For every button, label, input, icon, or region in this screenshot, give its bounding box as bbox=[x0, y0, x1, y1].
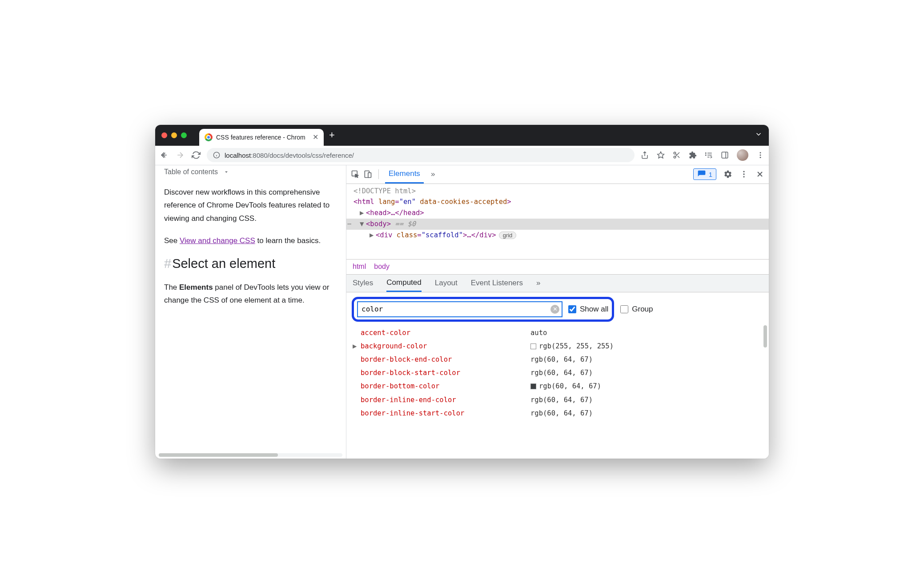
issues-badge[interactable]: 1 bbox=[693, 168, 716, 180]
toolbar-right bbox=[641, 149, 764, 161]
scissors-icon[interactable] bbox=[673, 151, 681, 159]
computed-row[interactable]: border-block-end-color rgb(60, 64, 67) bbox=[353, 353, 763, 366]
issues-icon bbox=[697, 170, 706, 179]
table-of-contents[interactable]: Table of contents bbox=[164, 168, 337, 176]
group-checkbox[interactable]: Group bbox=[620, 305, 653, 314]
subtab-more[interactable]: » bbox=[536, 274, 540, 292]
svg-point-6 bbox=[674, 156, 676, 158]
dom-tree[interactable]: <!DOCTYPE html> <html lang="en" data-coo… bbox=[346, 184, 769, 260]
svg-rect-15 bbox=[722, 152, 728, 158]
svg-point-19 bbox=[760, 157, 761, 158]
svg-point-18 bbox=[760, 155, 761, 156]
browser-tab[interactable]: CSS features reference - Chrom ✕ bbox=[199, 129, 324, 146]
settings-icon[interactable] bbox=[723, 170, 732, 179]
hash-icon: # bbox=[164, 256, 171, 271]
inspect-icon[interactable] bbox=[351, 170, 360, 179]
devtools-panel: Elements » 1 <!DOCTYPE html> <html lang=… bbox=[346, 165, 769, 459]
view-change-css-link[interactable]: View and change CSS bbox=[180, 236, 255, 245]
svg-rect-22 bbox=[368, 173, 371, 178]
content-area: Table of contents Discover new workflows… bbox=[155, 165, 769, 459]
computed-row[interactable]: border-inline-end-color rgb(60, 64, 67) bbox=[353, 393, 763, 407]
grid-badge[interactable]: grid bbox=[499, 232, 517, 239]
devtools-toolbar: Elements » 1 bbox=[346, 165, 769, 184]
tab-title: CSS features reference - Chrom bbox=[216, 134, 309, 141]
device-toggle-icon[interactable] bbox=[363, 170, 372, 179]
crumb-html[interactable]: html bbox=[353, 263, 366, 271]
subtab-layout[interactable]: Layout bbox=[435, 274, 458, 292]
crumb-body[interactable]: body bbox=[374, 263, 390, 271]
vertical-scrollbar[interactable] bbox=[763, 325, 767, 347]
head-node[interactable]: ▶<head>…</head> bbox=[346, 208, 769, 219]
group-input[interactable] bbox=[620, 305, 628, 313]
more-icon[interactable] bbox=[739, 170, 748, 179]
computed-row[interactable]: border-bottom-color rgb(60, 64, 67) bbox=[353, 379, 763, 393]
toc-label: Table of contents bbox=[164, 168, 218, 176]
doctype-node: <!DOCTYPE html> bbox=[354, 187, 416, 195]
svg-marker-4 bbox=[658, 152, 664, 158]
svg-point-23 bbox=[743, 171, 744, 172]
extensions-icon[interactable] bbox=[689, 151, 697, 159]
subtab-styles[interactable]: Styles bbox=[353, 274, 373, 292]
svg-line-9 bbox=[675, 154, 677, 155]
dom-breadcrumb: html body bbox=[346, 260, 769, 275]
show-all-checkbox[interactable]: Show all bbox=[568, 305, 608, 314]
svg-point-13 bbox=[706, 153, 707, 154]
menu-icon[interactable] bbox=[756, 151, 764, 159]
horizontal-scrollbar[interactable] bbox=[159, 453, 342, 457]
titlebar-right bbox=[755, 130, 763, 140]
svg-point-24 bbox=[743, 173, 744, 175]
browser-toolbar: localhost:8080/docs/devtools/css/referen… bbox=[155, 146, 769, 165]
maximize-window-button[interactable] bbox=[181, 132, 187, 138]
filter-highlight: ✕ Show all bbox=[352, 297, 614, 322]
titlebar: CSS features reference - Chrom ✕ + bbox=[155, 125, 769, 146]
share-icon[interactable] bbox=[641, 151, 649, 159]
window-controls bbox=[161, 132, 187, 138]
chevron-down-icon bbox=[223, 169, 229, 175]
clear-filter-button[interactable]: ✕ bbox=[550, 305, 559, 314]
svg-point-14 bbox=[706, 155, 707, 156]
svg-line-8 bbox=[678, 156, 679, 158]
subtab-event-listeners[interactable]: Event Listeners bbox=[471, 274, 523, 292]
close-devtools-button[interactable] bbox=[755, 170, 764, 179]
reading-list-icon[interactable] bbox=[705, 151, 713, 159]
computed-row[interactable]: border-block-start-color rgb(60, 64, 67) bbox=[353, 366, 763, 379]
elements-paragraph: The Elements panel of DevTools lets you … bbox=[164, 281, 337, 307]
filter-input[interactable] bbox=[358, 302, 562, 317]
subtab-computed[interactable]: Computed bbox=[386, 274, 421, 292]
computed-row[interactable]: accent-color auto bbox=[353, 326, 763, 339]
reload-button[interactable] bbox=[192, 151, 201, 160]
chrome-favicon-icon bbox=[205, 133, 213, 141]
svg-point-25 bbox=[743, 176, 744, 177]
div-scaffold-node[interactable]: ▶<div class="scaffold">…</div>grid bbox=[346, 230, 769, 241]
body-node-selected[interactable]: ▼<body> == $0 bbox=[346, 219, 769, 230]
section-heading: #Select an element bbox=[164, 256, 337, 271]
computed-row[interactable]: border-inline-start-color rgb(60, 64, 67… bbox=[353, 407, 763, 420]
see-also-paragraph: See View and change CSS to learn the bas… bbox=[164, 234, 337, 248]
star-icon[interactable] bbox=[657, 151, 665, 159]
chevron-down-icon[interactable] bbox=[755, 130, 763, 138]
new-tab-button[interactable]: + bbox=[329, 129, 335, 141]
computed-properties: accent-color auto ▶background-color rgb(… bbox=[346, 326, 769, 423]
page-content: Table of contents Discover new workflows… bbox=[155, 165, 346, 459]
styles-subtabs: Styles Computed Layout Event Listeners » bbox=[346, 275, 769, 292]
tab-elements[interactable]: Elements bbox=[385, 165, 424, 184]
html-node[interactable]: <html lang="en" data-cookies-accepted> bbox=[346, 196, 769, 208]
color-swatch-icon[interactable] bbox=[530, 343, 536, 349]
url-text: localhost:8080/docs/devtools/css/referen… bbox=[225, 152, 354, 159]
side-panel-icon[interactable] bbox=[721, 151, 729, 159]
tab-more[interactable]: » bbox=[427, 165, 438, 184]
forward-button[interactable] bbox=[176, 151, 185, 160]
computed-row[interactable]: ▶background-color rgb(255, 255, 255) bbox=[353, 339, 763, 353]
color-swatch-icon[interactable] bbox=[530, 383, 536, 389]
profile-avatar[interactable] bbox=[737, 149, 748, 161]
back-button[interactable] bbox=[160, 151, 169, 160]
address-bar[interactable]: localhost:8080/docs/devtools/css/referen… bbox=[207, 148, 635, 162]
intro-paragraph: Discover new workflows in this comprehen… bbox=[164, 186, 337, 225]
browser-window: CSS features reference - Chrom ✕ + local… bbox=[155, 125, 769, 459]
nav-buttons bbox=[160, 151, 201, 160]
svg-point-17 bbox=[760, 152, 761, 153]
close-window-button[interactable] bbox=[161, 132, 167, 138]
show-all-input[interactable] bbox=[568, 305, 576, 313]
minimize-window-button[interactable] bbox=[171, 132, 177, 138]
close-tab-button[interactable]: ✕ bbox=[313, 134, 318, 141]
